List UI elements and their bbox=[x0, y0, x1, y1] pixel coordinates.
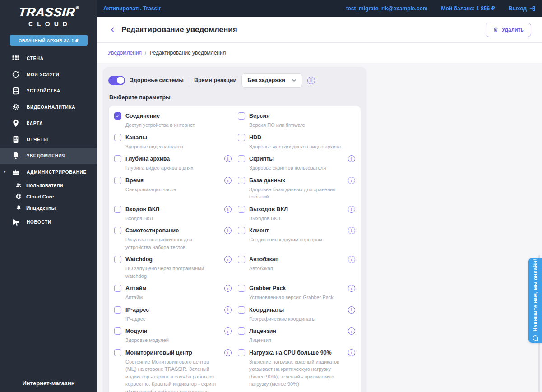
sidebar-item-reports[interactable]: ОТЧЁТЫ bbox=[0, 131, 97, 148]
sidebar-item-analytics[interactable]: ВИДЕОАНАЛИТИКА bbox=[0, 99, 97, 115]
delete-button[interactable]: Удалить bbox=[486, 23, 531, 37]
checkbox[interactable] bbox=[114, 349, 121, 356]
checkbox[interactable] bbox=[238, 256, 245, 263]
sidebar-item-news[interactable]: НОВОСТИ bbox=[0, 214, 97, 230]
sidebar-item-notifications[interactable]: УВЕДОМЛЕНИЯ bbox=[0, 148, 97, 164]
sidebar-subitem-users[interactable]: Пользователи bbox=[0, 180, 97, 191]
reaction-time-info-icon[interactable]: i bbox=[307, 77, 315, 84]
param-head: Лицензияi bbox=[238, 327, 355, 335]
sidebar-item-devices[interactable]: УСТРОЙСТВА bbox=[0, 83, 97, 99]
delete-button-label: Удалить bbox=[502, 27, 524, 33]
checkbox[interactable] bbox=[114, 327, 121, 335]
checkbox[interactable] bbox=[114, 285, 121, 292]
sidebar-subnav: ПользователиCloud CareИнциденты bbox=[0, 180, 97, 213]
sidebar-item-map[interactable]: КАРТА bbox=[0, 115, 97, 131]
logout-button[interactable]: Выход bbox=[509, 5, 536, 12]
checkbox[interactable] bbox=[238, 306, 245, 314]
user-email[interactable]: test_migrate_rik@example.com bbox=[346, 5, 427, 12]
info-icon[interactable]: i bbox=[224, 349, 232, 356]
sidebar-item-wall[interactable]: СТЕНА bbox=[0, 50, 97, 66]
info-icon[interactable]: i bbox=[224, 177, 232, 184]
param-desc: Автобэкап bbox=[249, 265, 343, 272]
internet-shop-link[interactable]: Интернет-магазин bbox=[0, 374, 97, 392]
system-health-toggle[interactable] bbox=[108, 76, 125, 85]
info-icon[interactable]: i bbox=[224, 206, 232, 213]
info-icon[interactable]: i bbox=[224, 327, 232, 335]
checkbox[interactable] bbox=[238, 155, 245, 162]
info-icon[interactable]: i bbox=[348, 327, 355, 335]
chat-tab[interactable]: Напишите нам, мы онлайн! bbox=[528, 258, 542, 343]
info-icon[interactable]: i bbox=[348, 349, 355, 356]
checkbox[interactable] bbox=[238, 134, 245, 141]
checkbox[interactable] bbox=[238, 112, 245, 120]
info-icon[interactable]: i bbox=[224, 285, 232, 292]
sidebar-item-crown[interactable]: ▾АДМИНИСТРИРОВАНИЕ bbox=[0, 164, 97, 180]
checkbox[interactable] bbox=[238, 227, 245, 234]
info-icon[interactable]: i bbox=[224, 306, 232, 314]
info-icon[interactable]: i bbox=[348, 177, 355, 184]
checkbox[interactable] bbox=[238, 177, 245, 184]
param-desc: Географические координаты bbox=[249, 315, 343, 323]
trassir-cloud-logo[interactable]: TRASSIR® CLOUD bbox=[0, 0, 97, 31]
activate-trassir-link[interactable]: Активировать Trassir bbox=[103, 5, 161, 12]
param-item: СамотестированиеiРезультат специфичного … bbox=[114, 227, 232, 251]
param-head: Grabber Packi bbox=[238, 285, 355, 292]
caret-down-icon[interactable]: ▾ bbox=[4, 170, 6, 174]
param-label: Модули bbox=[125, 328, 147, 334]
back-button[interactable] bbox=[108, 25, 118, 35]
wall-icon bbox=[11, 53, 21, 63]
sidebar-subitem-incidents[interactable]: Инциденты bbox=[0, 203, 97, 213]
info-icon[interactable]: i bbox=[348, 227, 355, 234]
info-icon[interactable]: i bbox=[224, 227, 232, 234]
param-head: Модулиi bbox=[114, 327, 232, 335]
checkbox[interactable] bbox=[238, 327, 245, 335]
checkbox[interactable] bbox=[238, 349, 245, 356]
balance-label[interactable]: Мой баланс: 1 856 ₽ bbox=[441, 5, 495, 12]
checkbox[interactable]: ✓ bbox=[114, 112, 121, 120]
param-label: Координаты bbox=[249, 307, 284, 313]
checkbox[interactable] bbox=[114, 227, 121, 234]
checkbox[interactable] bbox=[238, 206, 245, 213]
sidebar-item-services[interactable]: МОИ УСЛУГИ bbox=[0, 66, 97, 83]
param-head: Автобэкапi bbox=[238, 256, 355, 263]
info-icon[interactable]: i bbox=[224, 256, 232, 263]
info-icon[interactable]: i bbox=[348, 285, 355, 292]
services-icon bbox=[11, 69, 21, 79]
param-desc: Здоровье жестких дисков видео архива bbox=[249, 143, 343, 151]
checkbox[interactable] bbox=[114, 206, 121, 213]
checkbox[interactable] bbox=[114, 306, 121, 314]
info-icon[interactable]: i bbox=[348, 306, 355, 314]
param-head: Скриптыi bbox=[238, 155, 355, 162]
sidebar-item-label: МОИ УСЛУГИ bbox=[27, 72, 59, 77]
param-desc: Соединения к другим серверам bbox=[249, 236, 343, 244]
info-icon[interactable]: i bbox=[224, 155, 232, 162]
param-head: Координатыi bbox=[238, 306, 355, 314]
info-icon[interactable]: i bbox=[348, 155, 355, 162]
info-icon[interactable]: i bbox=[348, 256, 355, 263]
checkbox[interactable] bbox=[114, 155, 121, 162]
param-head: Глубина архиваi bbox=[114, 155, 232, 162]
map-icon bbox=[11, 118, 21, 128]
param-head: Мониторинговый центрi bbox=[114, 349, 232, 356]
checkbox[interactable] bbox=[114, 134, 121, 141]
checkbox[interactable] bbox=[238, 285, 245, 292]
param-item: МодулиiЗдоровье модулей bbox=[114, 327, 232, 344]
param-item: ВремяiСинхронизация часов bbox=[114, 177, 232, 201]
cloud-archive-button[interactable]: ОБЛАЧНЫЙ АРХИВ ЗА 1 ₽ bbox=[10, 35, 88, 46]
breadcrumb-link-notifications[interactable]: Уведомления bbox=[108, 50, 142, 56]
param-item: База данныхiЗдоровье базы данных для хра… bbox=[238, 177, 355, 201]
checkbox[interactable] bbox=[114, 177, 121, 184]
sidebar-subitem-cloudcare[interactable]: Cloud Care bbox=[0, 191, 97, 202]
logo-text: TRASSIR® bbox=[18, 5, 79, 19]
info-icon[interactable]: i bbox=[348, 206, 355, 213]
param-label: Входов ВКЛ bbox=[125, 206, 159, 212]
param-label: Каналы bbox=[125, 134, 147, 141]
notifications-icon bbox=[11, 151, 21, 161]
param-desc: Здоровье видео каналов bbox=[125, 143, 219, 151]
param-head: Версия bbox=[238, 112, 355, 120]
param-desc: Версия ПО или firmware bbox=[249, 121, 343, 129]
sidebar-item-label: КАРТА bbox=[27, 121, 43, 126]
checkbox[interactable] bbox=[114, 256, 121, 263]
sidebar-item-label: СТЕНА bbox=[27, 56, 44, 61]
delay-select[interactable]: Без задержки bbox=[241, 73, 302, 88]
